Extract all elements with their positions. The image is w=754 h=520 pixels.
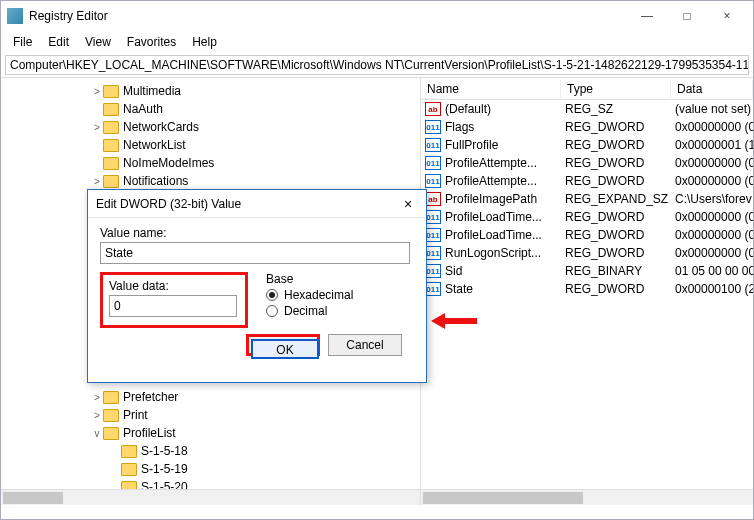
tree-label: NoImeModeImes <box>123 156 214 170</box>
tree-node[interactable]: vProfileList <box>1 424 420 442</box>
dword-icon: 011 <box>425 210 441 224</box>
value-name: ProfileImagePath <box>445 192 537 206</box>
twisty-icon[interactable]: v <box>91 428 103 439</box>
list-row[interactable]: 011FullProfileREG_DWORD0x00000001 (1) <box>421 136 753 154</box>
minimize-button[interactable]: — <box>627 2 667 30</box>
list-row[interactable]: 011StateREG_DWORD0x00000100 (25 <box>421 280 753 298</box>
tree-node[interactable]: >Print <box>1 406 420 424</box>
value-name: RunLogonScript... <box>445 246 541 260</box>
cancel-button[interactable]: Cancel <box>328 334 402 356</box>
list-row[interactable]: 011FlagsREG_DWORD0x00000000 (0) <box>421 118 753 136</box>
value-name: State <box>445 282 473 296</box>
twisty-icon[interactable]: > <box>91 86 103 97</box>
value-type: REG_SZ <box>561 102 671 116</box>
list-pane[interactable]: Name Type Data ab(Default)REG_SZ(value n… <box>421 78 753 505</box>
window-title: Registry Editor <box>29 9 627 23</box>
tree-label: Prefetcher <box>123 390 178 404</box>
string-icon: ab <box>425 102 441 116</box>
value-type: REG_DWORD <box>561 282 671 296</box>
tree-label: Print <box>123 408 148 422</box>
menu-file[interactable]: File <box>5 33 40 51</box>
value-data: 0x00000001 (1) <box>671 138 753 152</box>
value-type: REG_DWORD <box>561 174 671 188</box>
tree-hscroll[interactable] <box>1 489 420 505</box>
value-name: FullProfile <box>445 138 498 152</box>
col-name[interactable]: Name <box>421 80 561 98</box>
value-name: Flags <box>445 120 474 134</box>
list-row[interactable]: 011ProfileAttempte...REG_DWORD0x00000000… <box>421 172 753 190</box>
dec-label: Decimal <box>284 304 327 318</box>
value-name-label: Value name: <box>100 226 414 240</box>
value-data: 0x00000000 (0) <box>671 174 753 188</box>
tree-node[interactable]: NetworkList <box>1 136 420 154</box>
dword-icon: 011 <box>425 264 441 278</box>
value-type: REG_DWORD <box>561 156 671 170</box>
list-row[interactable]: 011RunLogonScript...REG_DWORD0x00000000 … <box>421 244 753 262</box>
twisty-icon[interactable]: > <box>91 410 103 421</box>
twisty-icon[interactable]: > <box>91 392 103 403</box>
value-data: 0x00000100 (25 <box>671 282 753 296</box>
value-type: REG_EXPAND_SZ <box>561 192 671 206</box>
value-type: REG_DWORD <box>561 120 671 134</box>
tree-node[interactable]: >Notifications <box>1 172 420 190</box>
radio-decimal[interactable]: Decimal <box>266 304 353 318</box>
value-data: 0x00000000 (0) <box>671 210 753 224</box>
edit-dword-dialog: Edit DWORD (32-bit) Value × Value name: … <box>87 189 427 383</box>
tree-node[interactable]: >NetworkCards <box>1 118 420 136</box>
string-icon: ab <box>425 192 441 206</box>
ok-button[interactable]: OK <box>251 339 319 359</box>
value-name: (Default) <box>445 102 491 116</box>
maximize-button[interactable]: □ <box>667 2 707 30</box>
tree-node[interactable]: S-1-5-19 <box>1 460 420 478</box>
tree-node[interactable]: >Prefetcher <box>1 388 420 406</box>
value-type: REG_DWORD <box>561 246 671 260</box>
base-label: Base <box>266 272 353 286</box>
value-data: 0x00000000 (0) <box>671 120 753 134</box>
list-hscroll[interactable] <box>421 489 753 505</box>
col-type[interactable]: Type <box>561 80 671 98</box>
twisty-icon[interactable]: > <box>91 122 103 133</box>
list-row[interactable]: ab(Default)REG_SZ(value not set) <box>421 100 753 118</box>
menu-bar: File Edit View Favorites Help <box>1 31 753 53</box>
col-data[interactable]: Data <box>671 80 753 98</box>
menu-favorites[interactable]: Favorites <box>119 33 184 51</box>
close-button[interactable]: × <box>707 2 747 30</box>
value-data: (value not set) <box>671 102 753 116</box>
value-data: 0x00000000 (0) <box>671 156 753 170</box>
value-name: ProfileAttempte... <box>445 174 537 188</box>
list-row[interactable]: abProfileImagePathREG_EXPAND_SZC:\Users\… <box>421 190 753 208</box>
value-type: REG_BINARY <box>561 264 671 278</box>
tree-label: ProfileList <box>123 426 176 440</box>
folder-icon <box>103 85 119 98</box>
radio-hexadecimal[interactable]: Hexadecimal <box>266 288 353 302</box>
menu-help[interactable]: Help <box>184 33 225 51</box>
tree-node[interactable]: NoImeModeImes <box>1 154 420 172</box>
value-name: ProfileAttempte... <box>445 156 537 170</box>
menu-view[interactable]: View <box>77 33 119 51</box>
value-type: REG_DWORD <box>561 138 671 152</box>
list-row[interactable]: 011ProfileAttempte...REG_DWORD0x00000000… <box>421 154 753 172</box>
list-row[interactable]: 011ProfileLoadTime...REG_DWORD0x00000000… <box>421 226 753 244</box>
address-bar[interactable]: Computer\HKEY_LOCAL_MACHINE\SOFTWARE\Mic… <box>5 55 749 75</box>
folder-icon <box>103 157 119 170</box>
tree-label: NaAuth <box>123 102 163 116</box>
regedit-icon <box>7 8 23 24</box>
list-row[interactable]: 011ProfileLoadTime...REG_DWORD0x00000000… <box>421 208 753 226</box>
tree-node[interactable]: S-1-5-18 <box>1 442 420 460</box>
menu-edit[interactable]: Edit <box>40 33 77 51</box>
dialog-close-button[interactable]: × <box>398 196 418 212</box>
title-bar: Registry Editor — □ × <box>1 1 753 31</box>
folder-icon <box>103 427 119 440</box>
tree-node[interactable]: NaAuth <box>1 100 420 118</box>
ok-highlight: OK <box>246 334 320 356</box>
value-data: 0x00000000 (0) <box>671 228 753 242</box>
value-data-input[interactable] <box>109 295 237 317</box>
folder-icon <box>121 445 137 458</box>
list-row[interactable]: 011SidREG_BINARY01 05 00 00 00 <box>421 262 753 280</box>
tree-node[interactable]: >Multimedia <box>1 82 420 100</box>
value-name-input[interactable] <box>100 242 410 264</box>
tree-label: S-1-5-18 <box>141 444 188 458</box>
tree-label: NetworkList <box>123 138 186 152</box>
twisty-icon[interactable]: > <box>91 176 103 187</box>
tree-label: Multimedia <box>123 84 181 98</box>
